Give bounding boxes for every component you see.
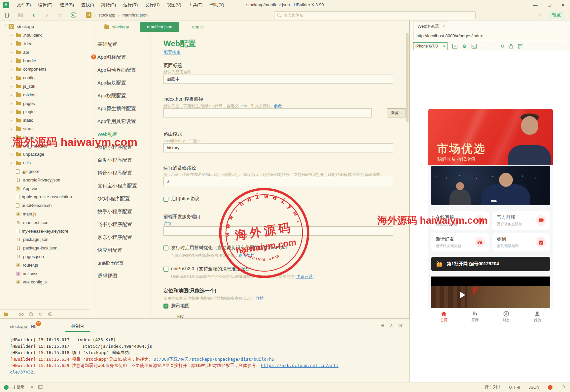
- tree-item-store[interactable]: ›store: [0, 125, 90, 133]
- bell-icon[interactable]: [561, 385, 565, 390]
- section-item-App模块配置[interactable]: App模块配置: [90, 76, 151, 89]
- back-icon[interactable]: ‹: [30, 12, 37, 18]
- tree-item-autoRelease.sh[interactable]: autoRelease.sh: [0, 201, 90, 210]
- close-icon[interactable]: ×: [443, 24, 445, 29]
- nav-item-首页[interactable]: 首页: [428, 309, 459, 324]
- section-item-快应用配置[interactable]: 快应用配置: [90, 244, 151, 256]
- browse-button[interactable]: 浏览...: [387, 108, 406, 117]
- maximize-button[interactable]: □: [542, 0, 556, 10]
- breadcrumb-project[interactable]: stockapp: [98, 13, 116, 17]
- filter-icon[interactable]: ▽: [538, 13, 542, 17]
- tree-item-static[interactable]: ›static: [0, 116, 90, 125]
- tree-item-utils[interactable]: ›utils: [0, 159, 90, 167]
- section-item-源码视图[interactable]: 源码视图: [90, 269, 151, 282]
- tree-item-mixins[interactable]: ›mixins: [0, 90, 90, 99]
- devtools-console-icon[interactable]: >_: [472, 44, 477, 49]
- breadcrumb-file[interactable]: manifest.json: [122, 13, 148, 17]
- tree-item-App.vue[interactable]: VApp.vue: [0, 184, 90, 193]
- tree-item-package-lock.json[interactable]: [ ]package-lock.json: [0, 244, 90, 252]
- section-item-飞书小程序配置[interactable]: 飞书小程序配置: [90, 218, 151, 231]
- collapse-panel-icon[interactable]: ∧: [390, 323, 393, 328]
- tree-item-pages[interactable]: ›pages: [0, 99, 90, 108]
- router-mode-select[interactable]: history ▾: [163, 143, 409, 152]
- tree-item-bundle[interactable]: ›bundle: [0, 56, 90, 65]
- section-item-App图标配置[interactable]: App图标配置!: [90, 50, 151, 63]
- run-icon[interactable]: ▶: [70, 12, 77, 18]
- news-media-block[interactable]: [431, 277, 550, 308]
- new-file-icon[interactable]: [4, 12, 11, 18]
- promo-banner[interactable]: 市场优选 稳健收益 持续增值: [428, 109, 553, 165]
- lock-icon[interactable]: [509, 44, 513, 49]
- qrcode-icon[interactable]: [518, 44, 522, 49]
- nav-item-财富[interactable]: $财富: [491, 309, 522, 324]
- tab-web-browser[interactable]: Web浏览器 ×: [413, 21, 449, 31]
- tab-stockapp[interactable]: stockapp: [104, 24, 129, 29]
- bookmark-star-icon[interactable]: ☆: [57, 12, 63, 18]
- reference-link[interactable]: 参考: [274, 104, 282, 108]
- browser-globe-icon[interactable]: [48, 312, 53, 316]
- template-path-input[interactable]: [163, 108, 372, 117]
- syntax-mode[interactable]: JSON: [529, 385, 539, 390]
- card-签到[interactable]: 签到签到领取福利: [492, 233, 551, 251]
- clear-console-icon[interactable]: ⊠: [398, 323, 402, 328]
- tree-item-js_sdk[interactable]: ›js_sdk: [0, 82, 90, 91]
- tree-item-uni.scss[interactable]: Suni.scss: [0, 269, 90, 278]
- console-tab-console[interactable]: 控制台: [65, 321, 90, 332]
- card-官方群聊[interactable]: 官方群聊用户请务必添加: [492, 211, 551, 230]
- checkbox-unchecked-icon[interactable]: [163, 197, 168, 202]
- project-manager-icon[interactable]: [3, 312, 9, 316]
- section-item-快手小程序配置[interactable]: 快手小程序配置: [90, 205, 151, 218]
- checkbox-unchecked-icon[interactable]: [163, 245, 168, 250]
- page-title-input[interactable]: 加载中: [163, 75, 393, 84]
- tree-item-androidPrivacy.json[interactable]: [ ]androidPrivacy.json: [0, 176, 90, 184]
- menu-item-1[interactable]: 编辑(E): [35, 0, 56, 10]
- tencent-map-checkbox-row[interactable]: ✓ 腾讯地图: [163, 303, 190, 309]
- tab-app-js[interactable]: app.js: [192, 24, 204, 29]
- tree-item-.hbuilderx[interactable]: ›.hbuilderx: [0, 31, 90, 40]
- file-encoding[interactable]: UTF-8: [509, 385, 520, 390]
- section-item-uni统计配置[interactable]: uni统计配置: [90, 256, 151, 269]
- open-in-window-icon[interactable]: ⊞: [380, 323, 384, 328]
- tree-item-main.js[interactable]: Jmain.js: [0, 210, 90, 218]
- section-item-App权限配置[interactable]: App权限配置: [90, 89, 151, 102]
- notification-dot-icon[interactable]: [548, 385, 552, 390]
- tree-item-.gitignore[interactable]: .gitignore: [0, 167, 90, 176]
- tree-item-plugin[interactable]: ›plugin: [0, 108, 90, 116]
- tree-item-unpackage[interactable]: ›unpackage: [0, 150, 90, 159]
- login-status[interactable]: 未登录: [13, 384, 24, 390]
- minimize-button[interactable]: —: [528, 0, 542, 10]
- video-thumbnail[interactable]: [431, 166, 550, 205]
- card-邀请好友[interactable]: 邀请好友邀请好友领奖励: [431, 233, 489, 251]
- tree-item-config[interactable]: ›config: [0, 74, 90, 82]
- list-view-icon[interactable]: ≡: [30, 385, 33, 390]
- form-scrollbar[interactable]: [406, 33, 409, 318]
- section-item-京东小程序配置[interactable]: 京东小程序配置: [90, 231, 151, 244]
- tree-item-my-release-key.keystore[interactable]: my-release-key.keystore: [0, 227, 90, 235]
- plugins-icon[interactable]: [29, 312, 33, 316]
- tree-item-package.json[interactable]: [ ]package.json: [0, 235, 90, 244]
- config-guide-link[interactable]: 配置指南: [163, 49, 181, 55]
- section-item-App原生插件配置[interactable]: App原生插件配置: [90, 102, 151, 115]
- forward-icon[interactable]: ›: [44, 12, 50, 18]
- save-icon[interactable]: [17, 12, 24, 18]
- menu-item-9[interactable]: 帮助(Y): [206, 0, 228, 10]
- section-item-基础配置[interactable]: 基础配置: [90, 38, 151, 50]
- dev-port-detail-link[interactable]: 详情: [163, 221, 171, 226]
- menu-item-7[interactable]: 视图(V): [163, 0, 185, 10]
- tab-manifest-json[interactable]: manifest.json: [140, 22, 179, 32]
- refresh-icon[interactable]: ↻: [501, 44, 505, 49]
- sync-icon[interactable]: ↻: [39, 311, 43, 317]
- nav-back-icon[interactable]: ←: [481, 44, 486, 49]
- nav-forward-icon[interactable]: →: [491, 44, 496, 49]
- menu-item-2[interactable]: 选择(S): [56, 0, 78, 10]
- file-search-input[interactable]: 输入文件名: [274, 11, 476, 19]
- tree-item-manifest.json[interactable]: ⚙manifest.json: [0, 218, 90, 227]
- menu-item-3[interactable]: 查找(I): [78, 0, 97, 10]
- tree-item-apple-app-site-association[interactable]: apple-app-site-association: [0, 193, 90, 201]
- section-item-QQ小程序配置[interactable]: QQ小程序配置: [90, 192, 151, 205]
- checkbox-unchecked-icon[interactable]: [163, 267, 168, 272]
- image-preview-icon[interactable]: [38, 385, 43, 389]
- nav-item-我的[interactable]: 我的: [522, 309, 553, 324]
- tree-item-root[interactable]: ›Ustockapp: [0, 22, 90, 31]
- menu-item-6[interactable]: 发行(U): [141, 0, 163, 10]
